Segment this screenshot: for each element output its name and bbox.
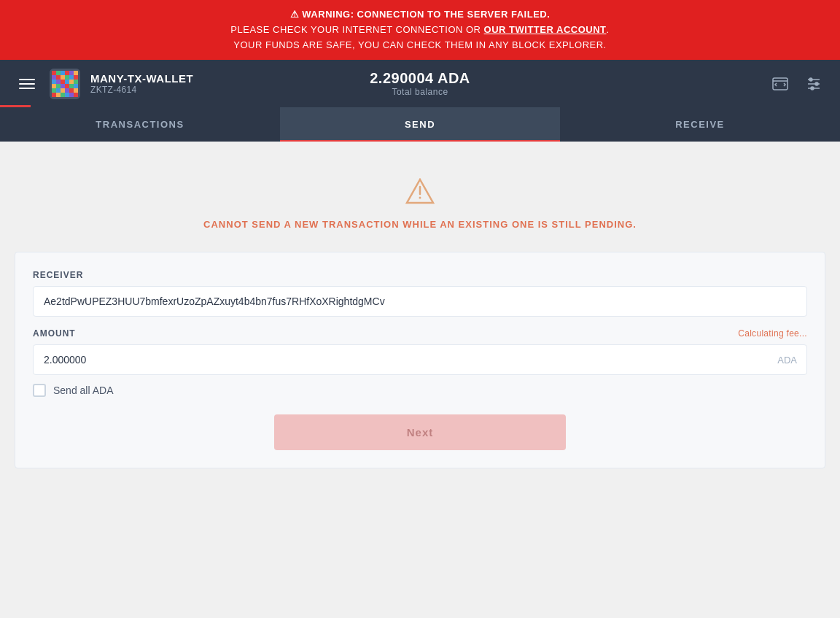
- svg-rect-15: [61, 80, 65, 84]
- svg-rect-30: [74, 88, 78, 93]
- svg-rect-13: [52, 80, 56, 84]
- svg-rect-34: [65, 93, 69, 97]
- menu-icon[interactable]: [15, 74, 39, 93]
- svg-rect-4: [65, 71, 69, 75]
- svg-rect-25: [52, 88, 56, 93]
- calculating-fee: Calculating fee...: [738, 328, 807, 339]
- warning-banner: ⚠ WARNING: CONNECTION TO THE SERVER FAIL…: [0, 0, 840, 60]
- svg-rect-1: [52, 71, 56, 75]
- settings-icon[interactable]: [802, 72, 825, 96]
- tabs: TRANSACTIONS SEND RECEIVE: [0, 107, 840, 142]
- svg-rect-2: [56, 71, 61, 75]
- svg-rect-12: [74, 75, 78, 80]
- wallet-id: ZKTZ-4614: [90, 85, 193, 95]
- svg-rect-27: [61, 88, 65, 93]
- warning-line3: YOUR FUNDS ARE SAFE, YOU CAN CHECK THEM …: [15, 38, 825, 53]
- svg-rect-18: [74, 80, 78, 84]
- tab-send[interactable]: SEND: [280, 107, 560, 142]
- warning-line2: PLEASE CHECK YOUR INTERNET CONNECTION OR…: [15, 23, 825, 38]
- svg-point-41: [809, 78, 812, 81]
- svg-rect-9: [61, 75, 65, 80]
- svg-rect-14: [56, 80, 61, 84]
- svg-point-42: [815, 82, 818, 85]
- receiver-label: RECEIVER: [33, 270, 807, 280]
- main-content: CANNOT SEND A NEW TRANSACTION WHILE AN E…: [0, 142, 840, 490]
- form-card: RECEIVER AMOUNT Calculating fee... ADA S…: [15, 252, 825, 468]
- svg-rect-23: [69, 84, 74, 88]
- svg-point-43: [811, 87, 814, 90]
- pending-error: CANNOT SEND A NEW TRANSACTION WHILE AN E…: [0, 163, 840, 244]
- header-center: 2.290004 ADA Total balance: [370, 70, 470, 97]
- svg-rect-17: [69, 80, 74, 84]
- svg-rect-8: [56, 75, 61, 80]
- amount-label-row: AMOUNT Calculating fee...: [33, 328, 807, 339]
- svg-rect-19: [52, 84, 56, 88]
- receiver-input[interactable]: [33, 286, 807, 317]
- svg-rect-31: [52, 93, 56, 97]
- warning-line1: ⚠ WARNING: CONNECTION TO THE SERVER FAIL…: [15, 7, 825, 23]
- svg-rect-24: [74, 84, 78, 88]
- svg-rect-28: [65, 88, 69, 93]
- send-all-row: Send all ADA: [33, 384, 807, 397]
- send-all-label[interactable]: Send all ADA: [53, 385, 114, 396]
- svg-rect-33: [61, 93, 65, 97]
- svg-rect-35: [69, 93, 74, 97]
- balance-label: Total balance: [370, 87, 470, 97]
- svg-rect-29: [69, 88, 74, 93]
- svg-rect-11: [69, 75, 74, 80]
- wallet-info: MANY-TX-WALLET ZKTZ-4614: [90, 72, 193, 95]
- header: MANY-TX-WALLET ZKTZ-4614 2.290004 ADA To…: [0, 60, 840, 107]
- send-receive-icon[interactable]: [769, 72, 792, 96]
- svg-point-46: [419, 197, 421, 199]
- svg-rect-5: [69, 71, 74, 75]
- wallet-avatar: [50, 69, 80, 99]
- svg-rect-22: [65, 84, 69, 88]
- svg-rect-32: [56, 93, 61, 97]
- amount-wrapper: ADA: [33, 344, 807, 375]
- svg-rect-21: [61, 84, 65, 88]
- svg-rect-36: [74, 93, 78, 97]
- send-all-checkbox[interactable]: [33, 384, 46, 397]
- amount-input[interactable]: [33, 344, 807, 375]
- svg-rect-10: [65, 75, 69, 80]
- warning-triangle-icon: [15, 178, 825, 210]
- svg-rect-6: [74, 71, 78, 75]
- svg-rect-20: [56, 84, 61, 88]
- next-button[interactable]: Next: [274, 414, 566, 450]
- header-right: [769, 72, 825, 96]
- svg-rect-3: [61, 71, 65, 75]
- amount-suffix: ADA: [777, 355, 797, 366]
- warning-icon: ⚠: [290, 9, 300, 20]
- svg-rect-26: [56, 88, 61, 93]
- wallet-name: MANY-TX-WALLET: [90, 72, 193, 85]
- twitter-link[interactable]: OUR TWITTER ACCOUNT: [484, 24, 607, 35]
- svg-rect-7: [52, 75, 56, 80]
- tab-transactions[interactable]: TRANSACTIONS: [0, 107, 280, 142]
- svg-rect-16: [65, 80, 69, 84]
- balance-amount: 2.290004 ADA: [370, 70, 470, 87]
- pending-error-text: CANNOT SEND A NEW TRANSACTION WHILE AN E…: [15, 219, 825, 230]
- tab-receive[interactable]: RECEIVE: [560, 107, 840, 142]
